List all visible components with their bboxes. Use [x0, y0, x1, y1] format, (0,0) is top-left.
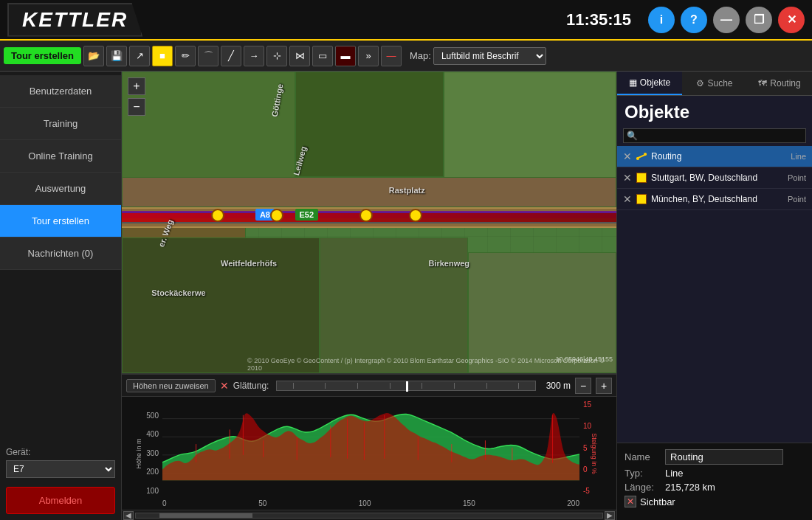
object-item-muenchen[interactable]: ✕ München, BY, Deutschland Point — [617, 189, 812, 210]
scroll-left-arrow[interactable]: ◀ — [123, 511, 134, 520]
detail-name-input[interactable] — [665, 449, 783, 465]
tool-rect[interactable]: ▭ — [312, 46, 333, 66]
tool-line[interactable]: ╱ — [221, 46, 241, 66]
elevation-panel: Höhen neu zuweisen ✕ Glättung: — [122, 373, 616, 510]
waypoint-4[interactable] — [409, 209, 422, 222]
sichtbar-checkbox[interactable]: ✕ — [625, 496, 636, 507]
sidebar: Benutzerdaten Training Online Training A… — [0, 72, 122, 520]
device-select[interactable]: E7 — [6, 460, 115, 478]
map-background: A8 E52 Göttinge Rastplatz Leilweg Weitfe… — [122, 72, 616, 373]
detail-laenge-value: 215,728 km — [665, 482, 715, 493]
maximize-button[interactable]: ❐ — [746, 7, 772, 33]
smoothing-value: 300 m — [546, 381, 571, 391]
minimize-button[interactable]: — — [713, 7, 740, 33]
map-select[interactable]: Luftbild mit Beschrif — [433, 47, 546, 65]
smoothing-checkbox[interactable]: ✕ — [220, 380, 229, 392]
center-area: A8 E52 Göttinge Rastplatz Leilweg Weitfe… — [122, 72, 616, 520]
info-button[interactable]: i — [648, 7, 675, 33]
sidebar-item-online-training[interactable]: Online Training — [0, 140, 121, 173]
scroll-thumb — [159, 513, 252, 518]
smoothing-label: Glättung: — [233, 381, 269, 391]
tool-pen[interactable]: ✏ — [175, 46, 196, 66]
map-zoom-in-button[interactable]: + — [128, 77, 145, 95]
object-point-icon-muenchen — [636, 194, 647, 204]
scroll-right-arrow[interactable]: ▶ — [605, 511, 615, 520]
sichtbar-row: ✕ Sichtbar — [625, 496, 805, 507]
sidebar-item-training[interactable]: Training — [0, 108, 121, 140]
tool-fast[interactable]: » — [358, 46, 379, 66]
tool-save[interactable]: 💾 — [106, 46, 127, 66]
tool-square[interactable]: ■ — [152, 46, 173, 66]
tool-curve[interactable]: ⌒ — [198, 46, 219, 66]
tool-polyline[interactable]: ⋈ — [289, 46, 310, 66]
object-name-stuttgart: Stuttgart, BW, Deutschland — [651, 173, 783, 183]
object-item-stuttgart[interactable]: ✕ Stuttgart, BW, Deutschland Point — [617, 167, 812, 189]
tool-arrow[interactable]: → — [244, 46, 264, 66]
toolbar: Tour erstellen 📂 💾 ↗ ■ ✏ ⌒ ╱ → ⊹ ⋈ ▭ ▬ »… — [0, 41, 812, 72]
chart-x-labels: 0 50 100 150 200 — [162, 499, 579, 507]
objekte-icon: ▦ — [629, 77, 637, 88]
sidebar-item-tour-erstellen[interactable]: Tour erstellen — [0, 205, 121, 238]
tool-connect[interactable]: ⊹ — [266, 46, 287, 66]
routing-icon: 🗺 — [758, 78, 767, 89]
elevation-toolbar: Höhen neu zuweisen ✕ Glättung: — [122, 375, 616, 397]
object-line-icon — [636, 151, 647, 162]
objects-list: ✕ Routing Line ✕ Stuttgart, BW, Deutschl… — [617, 146, 812, 443]
sidebar-item-auswertung[interactable]: Auswertung — [0, 173, 121, 205]
smoothing-slider[interactable] — [273, 381, 538, 391]
tool-rect-red[interactable]: ▬ — [335, 46, 356, 66]
chart-zoom-in-button[interactable]: + — [596, 378, 612, 394]
object-remove-icon-2[interactable]: ✕ — [623, 172, 632, 184]
tab-objekte[interactable]: ▦ Objekte — [617, 72, 682, 95]
sidebar-item-benutzerdaten[interactable]: Benutzerdaten — [0, 75, 121, 108]
waypoint-1[interactable] — [211, 209, 224, 222]
assign-heights-button[interactable]: Höhen neu zuweisen — [126, 379, 216, 392]
elevation-svg — [162, 401, 579, 495]
tab-routing[interactable]: 🗺 Routing — [747, 72, 812, 95]
object-item-routing[interactable]: ✕ Routing Line — [617, 146, 812, 167]
detail-type-row: Typ: Line — [625, 468, 805, 479]
map-label: Map: — [410, 50, 431, 61]
objects-panel: Objekte 🔍 ✕ Routing Line — [617, 96, 812, 520]
bottom-scrollbar[interactable]: ◀ ▶ — [122, 510, 616, 520]
chart-zoom-out-button[interactable]: − — [575, 378, 591, 394]
waypoint-2[interactable] — [270, 209, 283, 222]
header: KETTLER 11:35:15 i ? — ❐ ✕ — [0, 0, 812, 41]
map-zoom-out-button[interactable]: − — [128, 98, 145, 116]
tool-folder[interactable]: 📂 — [83, 46, 104, 66]
map-container[interactable]: A8 E52 Göttinge Rastplatz Leilweg Weitfe… — [122, 72, 616, 373]
object-remove-icon[interactable]: ✕ — [623, 150, 632, 162]
object-point-icon-stuttgart — [636, 173, 647, 183]
detail-type-value: Line — [665, 468, 684, 479]
search-input[interactable] — [641, 131, 802, 141]
slider-thumb — [406, 381, 408, 392]
objects-search[interactable]: 🔍 — [623, 128, 806, 143]
tab-suche[interactable]: ⚙ Suche — [682, 72, 747, 95]
detail-laenge-label: Länge: — [625, 482, 665, 493]
object-remove-icon-3[interactable]: ✕ — [623, 193, 632, 205]
scroll-track[interactable] — [135, 513, 603, 519]
tool-minus-red[interactable]: — — [381, 46, 402, 66]
object-type-stuttgart: Point — [788, 173, 806, 182]
chart-y-axis-title: Höhe in m — [135, 438, 142, 468]
waypoint-3[interactable] — [359, 209, 373, 222]
object-name-routing: Routing — [651, 151, 786, 162]
search-magnifier-icon: 🔍 — [627, 131, 638, 141]
close-button[interactable]: ✕ — [778, 7, 805, 33]
detail-type-label: Typ: — [625, 468, 665, 479]
tool-route[interactable]: ↗ — [129, 46, 150, 66]
right-tabs: ▦ Objekte ⚙ Suche 🗺 Routing — [617, 72, 812, 96]
tour-create-button[interactable]: Tour erstellen — [4, 47, 81, 64]
sign-e52: E52 — [295, 209, 319, 221]
clock-display: 11:35:15 — [566, 10, 631, 30]
logout-button[interactable]: Abmelden — [6, 487, 115, 514]
object-type-muenchen: Point — [788, 195, 806, 204]
sichtbar-label: Sichtbar — [640, 496, 675, 507]
detail-name-label: Name — [625, 451, 665, 462]
map-coordinates: 10,05946|48,45155 — [556, 356, 613, 363]
help-button[interactable]: ? — [681, 7, 707, 33]
device-label: Gerät: — [6, 447, 115, 457]
sidebar-item-nachrichten[interactable]: Nachrichten (0) — [0, 238, 121, 270]
object-details: Name Typ: Line Länge: 215,728 km ✕ Sicht… — [617, 443, 812, 520]
device-section: Gerät: E7 — [0, 441, 121, 481]
